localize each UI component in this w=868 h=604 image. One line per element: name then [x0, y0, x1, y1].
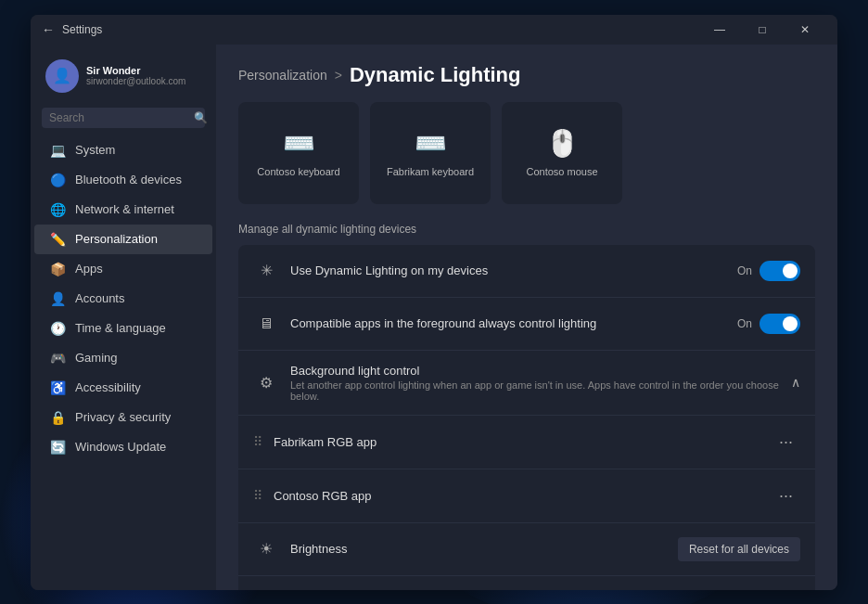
nav-label-accessibility: Accessibility [75, 380, 141, 394]
nav-icon-accounts: 👤 [49, 290, 66, 307]
sidebar-item-gaming[interactable]: 🎮 Gaming [34, 343, 212, 373]
nav-icon-network: 🌐 [49, 201, 66, 218]
section-title: Manage all dynamic lighting devices [238, 223, 815, 236]
device-card-1[interactable]: ⌨️ Fabrikam keyboard [370, 102, 491, 204]
nav-container: 💻 System 🔵 Bluetooth & devices 🌐 Network… [31, 135, 216, 462]
setting-row-compatible-apps: 🖥 Compatible apps in the foreground alwa… [238, 298, 815, 351]
device-cards: ⌨️ Contoso keyboard ⌨️ Fabrikam keyboard… [238, 102, 815, 204]
sidebar-item-update[interactable]: 🔄 Windows Update [34, 432, 212, 462]
nav-label-bluetooth: Bluetooth & devices [75, 173, 182, 186]
sidebar-item-network[interactable]: 🌐 Network & internet [34, 195, 212, 225]
sidebar-item-apps[interactable]: 📦 Apps [34, 254, 212, 284]
settings-list: ✳ Use Dynamic Lighting on my devices On … [238, 245, 815, 590]
user-email: sirwonder@outlook.com [86, 76, 185, 86]
more-btn-contoso-rgb[interactable]: ··· [772, 482, 800, 509]
setting-desc-bg-light: Let another app control lighting when an… [290, 379, 791, 402]
setting-text-contoso-rgb: Contoso RGB app [274, 489, 772, 503]
toggle-label-compatible-apps: On [737, 317, 752, 330]
device-name-0: Contoso keyboard [257, 166, 339, 177]
drag-handle-contoso-rgb[interactable]: ⠿ [253, 488, 262, 503]
device-card-0[interactable]: ⌨️ Contoso keyboard [238, 102, 359, 204]
breadcrumb: Personalization > Dynamic Lighting [238, 63, 815, 87]
setting-row-use-dynamic: ✳ Use Dynamic Lighting on my devices On [238, 245, 815, 298]
setting-row-brightness: ☀ Brightness Reset for all devices [238, 523, 815, 576]
breadcrumb-parent: Personalization [238, 68, 327, 83]
device-card-2[interactable]: 🖱️ Contoso mouse [502, 102, 622, 204]
device-name-1: Fabrikam keyboard [387, 166, 474, 177]
page-title: Dynamic Lighting [350, 63, 521, 87]
device-icon-0: ⌨️ [283, 128, 315, 159]
sidebar-item-accessibility[interactable]: ♿ Accessibility [34, 373, 212, 403]
nav-icon-system: 💻 [49, 142, 66, 159]
nav-icon-gaming: 🎮 [49, 350, 66, 366]
nav-label-system: System [75, 143, 115, 157]
toggle-compatible-apps[interactable] [760, 314, 800, 334]
nav-icon-privacy: 🔒 [49, 409, 66, 426]
search-icon: 🔍 [194, 111, 208, 124]
nav-label-apps: Apps [75, 262, 103, 276]
avatar: 👤 [45, 59, 79, 93]
sidebar-item-time[interactable]: 🕐 Time & language [34, 314, 212, 343]
window-title: Settings [62, 23, 102, 36]
setting-icon-use-dynamic: ✳ [253, 258, 279, 284]
setting-label-use-dynamic: Use Dynamic Lighting on my devices [290, 263, 737, 277]
nav-icon-update: 🔄 [49, 439, 66, 456]
setting-text-fabrikam-rgb: Fabrikam RGB app [274, 435, 772, 449]
right-panel: Personalization > Dynamic Lighting ⌨️ Co… [216, 45, 837, 590]
device-icon-2: 🖱️ [546, 128, 579, 159]
setting-label-fabrikam-rgb: Fabrikam RGB app [274, 435, 772, 449]
sidebar-item-personalization[interactable]: ✏️ Personalization [34, 225, 212, 254]
setting-icon-brightness: ☀ [253, 536, 279, 562]
setting-row-contoso-rgb: ⠿ Contoso RGB app ··· [238, 469, 815, 523]
setting-text-compatible-apps: Compatible apps in the foreground always… [290, 316, 737, 330]
setting-text-use-dynamic: Use Dynamic Lighting on my devices [290, 263, 737, 277]
setting-icon-effects: ✏ [253, 589, 279, 590]
sidebar-item-bluetooth[interactable]: 🔵 Bluetooth & devices [34, 165, 212, 195]
toggle-label-use-dynamic: On [737, 264, 752, 277]
sidebar-item-system[interactable]: 💻 System [34, 135, 212, 165]
setting-label-brightness: Brightness [290, 542, 678, 556]
setting-icon-bg-light: ⚙ [253, 369, 279, 395]
setting-text-bg-light: Background light control Let another app… [290, 364, 791, 402]
device-icon-1: ⌨️ [415, 128, 447, 159]
close-button[interactable]: ✕ [784, 15, 826, 45]
user-info: Sir Wonder sirwonder@outlook.com [86, 65, 185, 86]
drag-handle-fabrikam-rgb[interactable]: ⠿ [253, 434, 262, 449]
maximize-button[interactable]: □ [741, 15, 784, 45]
setting-label-compatible-apps: Compatible apps in the foreground always… [290, 316, 737, 330]
nav-icon-time: 🕐 [49, 320, 66, 337]
toggle-control-use-dynamic[interactable]: On [737, 261, 800, 281]
nav-label-accounts: Accounts [75, 291, 124, 305]
sidebar-item-privacy[interactable]: 🔒 Privacy & security [34, 403, 212, 432]
setting-label-bg-light: Background light control [290, 364, 791, 378]
nav-label-update: Windows Update [75, 440, 166, 454]
title-bar: ← Settings — □ ✕ [31, 15, 837, 45]
sidebar: 👤 Sir Wonder sirwonder@outlook.com 🔍 💻 S… [31, 45, 216, 590]
settings-window: ← Settings — □ ✕ 👤 Sir Wonder sirwonder@… [31, 15, 837, 590]
nav-icon-apps: 📦 [49, 261, 66, 277]
title-bar-controls: — □ ✕ [698, 15, 826, 45]
reset-btn-brightness[interactable]: Reset for all devices [678, 537, 800, 561]
title-bar-left: ← Settings [42, 22, 102, 37]
search-box[interactable]: 🔍 [42, 108, 205, 128]
nav-icon-bluetooth: 🔵 [49, 172, 66, 188]
toggle-use-dynamic[interactable] [760, 261, 800, 281]
search-input[interactable] [49, 111, 188, 124]
nav-label-gaming: Gaming [75, 351, 118, 365]
toggle-control-compatible-apps[interactable]: On [737, 314, 800, 334]
setting-text-brightness: Brightness [290, 542, 678, 556]
nav-label-time: Time & language [75, 321, 166, 335]
setting-label-contoso-rgb: Contoso RGB app [274, 489, 772, 503]
nav-label-personalization: Personalization [75, 232, 158, 246]
user-profile[interactable]: 👤 Sir Wonder sirwonder@outlook.com [31, 52, 216, 100]
nav-label-network: Network & internet [75, 202, 174, 216]
expand-icon-bg-light[interactable]: ∧ [791, 375, 800, 390]
device-name-2: Contoso mouse [526, 166, 597, 177]
setting-label-effects: Effects [290, 589, 678, 590]
nav-label-privacy: Privacy & security [75, 410, 171, 424]
more-btn-fabrikam-rgb[interactable]: ··· [772, 429, 800, 456]
sidebar-item-accounts[interactable]: 👤 Accounts [34, 284, 212, 314]
minimize-button[interactable]: — [698, 15, 741, 45]
back-icon[interactable]: ← [42, 22, 55, 37]
breadcrumb-separator: > [335, 68, 342, 83]
